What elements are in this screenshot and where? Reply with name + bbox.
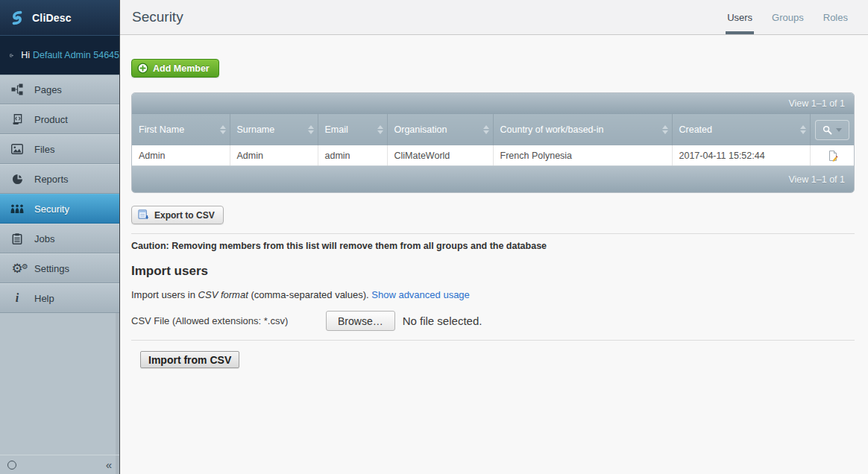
col-header-country[interactable]: Country of work/based-in — [493, 114, 672, 145]
export-csv-label: Export to CSV — [154, 210, 215, 221]
sidebar-item-label: Files — [34, 144, 54, 155]
script-icon — [0, 114, 34, 125]
sitemap-icon — [0, 83, 34, 95]
gear-glyph-small: ⚙ — [22, 263, 28, 271]
col-header-label: Country of work/based-in — [500, 124, 604, 135]
sidebar-item-reports[interactable]: Reports — [0, 164, 119, 194]
col-header-organisation[interactable]: Organisation — [387, 114, 493, 145]
table-row[interactable]: Admin Admin admin CliMateWorld French Po… — [132, 145, 855, 165]
export-row: Export to CSV — [131, 206, 855, 224]
grid-toolbar: View 1–1 of 1 — [132, 93, 854, 114]
col-header-search — [810, 114, 855, 145]
page-title: Security — [132, 9, 717, 25]
brand-header: CliDesc — [0, 0, 119, 35]
search-icon — [823, 125, 832, 135]
col-header-label: Organisation — [394, 124, 447, 135]
col-header-surname[interactable]: Surname — [230, 114, 318, 145]
sidebar-item-pages[interactable]: Pages — [0, 75, 119, 104]
users-table: First Name Surname Email Organisation Co… — [132, 114, 855, 165]
current-user-link[interactable]: Default Admin 54645 — [33, 50, 119, 60]
show-advanced-usage-link[interactable]: Show advanced usage — [371, 289, 470, 300]
sidebar-item-jobs[interactable]: Jobs — [0, 224, 119, 253]
caution-text: Caution: Removing members from this list… — [131, 241, 855, 251]
greeting-prefix: Hi — [21, 50, 30, 60]
cell-actions — [810, 145, 855, 165]
brand-name: CliDesc — [32, 12, 72, 24]
gear-icon: ⚙ ⚙ — [0, 262, 34, 275]
grid-view-info-bottom: View 1–1 of 1 — [788, 174, 845, 185]
col-header-label: Email — [325, 124, 348, 135]
edit-row-button[interactable] — [827, 150, 839, 162]
status-circle-icon — [7, 461, 16, 470]
col-header-email[interactable]: Email — [318, 114, 387, 145]
main-area: Security Users Groups Roles Add Member V… — [120, 0, 868, 474]
csv-file-label: CSV File (Allowed extensions: *.csv) — [131, 315, 326, 326]
no-file-selected-text: No file selected. — [403, 315, 482, 327]
tab-users[interactable]: Users — [717, 0, 762, 34]
col-header-label: Surname — [237, 124, 275, 135]
add-member-label: Add Member — [153, 63, 210, 74]
logout-icon[interactable] — [10, 50, 13, 61]
sidebar-item-label: Jobs — [34, 233, 54, 244]
grid-pager: View 1–1 of 1 — [132, 165, 854, 192]
collapse-sidebar-toggle[interactable]: « — [106, 459, 112, 470]
col-header-first-name[interactable]: First Name — [132, 114, 230, 145]
divider — [131, 340, 855, 341]
sort-icon[interactable] — [220, 125, 226, 134]
import-from-csv-button[interactable]: Import from CSV — [140, 351, 239, 368]
import-description: Import users in CSV format (comma-separa… — [131, 289, 855, 300]
sort-icon[interactable] — [308, 125, 314, 134]
sidebar-item-label: Product — [34, 114, 68, 125]
sidebar-item-security[interactable]: Security — [0, 194, 119, 224]
page-content: Add Member View 1–1 of 1 First Name Surn… — [120, 35, 868, 474]
page-header: Security Users Groups Roles — [120, 0, 868, 35]
cell-first-name: Admin — [132, 145, 230, 165]
sort-icon[interactable] — [800, 125, 806, 134]
edit-icon — [827, 150, 839, 162]
sidebar-item-help[interactable]: i Help — [0, 283, 119, 313]
cell-organisation: CliMateWorld — [387, 145, 493, 165]
grid-view-info-top: View 1–1 of 1 — [788, 98, 845, 109]
greeting: HiDefault Admin 54645 — [21, 50, 119, 60]
col-header-created[interactable]: Created — [672, 114, 810, 145]
sidebar-item-product[interactable]: Product — [0, 104, 119, 134]
table-header-row: First Name Surname Email Organisation Co… — [132, 114, 855, 145]
sidebar-footer: « — [0, 455, 119, 474]
browse-file-button[interactable]: Browse… — [326, 311, 395, 331]
cell-created: 2017-04-11 15:52:44 — [672, 145, 810, 165]
brand-logo-icon — [9, 10, 25, 26]
search-button[interactable] — [815, 120, 849, 140]
user-panel: HiDefault Admin 54645 — [0, 35, 119, 75]
users-grid: View 1–1 of 1 First Name Surname Email O… — [131, 92, 855, 193]
sort-icon[interactable] — [662, 125, 668, 134]
tab-groups[interactable]: Groups — [762, 0, 814, 34]
sidebar-filler — [0, 313, 119, 455]
sidebar-item-label: Pages — [34, 84, 62, 95]
chevron-down-icon — [836, 128, 842, 132]
header-tabs: Users Groups Roles — [717, 0, 858, 34]
cell-email: admin — [318, 145, 387, 165]
sidebar-item-settings[interactable]: ⚙ ⚙ Settings — [0, 253, 119, 283]
divider — [131, 233, 855, 234]
csv-file-row: CSV File (Allowed extensions: *.csv) Bro… — [131, 311, 855, 331]
pie-chart-icon — [0, 174, 34, 185]
cell-surname: Admin — [230, 145, 318, 165]
tab-roles[interactable]: Roles — [814, 0, 858, 34]
app-window: CliDesc HiDefault Admin 54645 — [0, 0, 868, 474]
sidebar-item-label: Help — [34, 293, 54, 304]
sort-icon[interactable] — [377, 125, 383, 134]
import-desc-suffix: (comma-separated values). — [251, 289, 368, 300]
sidebar-item-files[interactable]: Files — [0, 134, 119, 164]
export-csv-button[interactable]: Export to CSV — [131, 206, 224, 224]
users-icon — [0, 204, 34, 214]
plus-circle-icon — [137, 63, 148, 74]
sidebar-item-label: Settings — [34, 263, 69, 274]
sidebar-item-label: Reports — [34, 174, 69, 185]
info-icon: i — [0, 291, 34, 305]
sort-icon[interactable] — [483, 125, 489, 134]
cell-country: French Polynesia — [493, 145, 672, 165]
col-header-label: First Name — [139, 124, 184, 135]
sidebar: CliDesc HiDefault Admin 54645 — [0, 0, 120, 474]
add-member-button[interactable]: Add Member — [131, 59, 219, 78]
info-glyph: i — [16, 291, 19, 305]
